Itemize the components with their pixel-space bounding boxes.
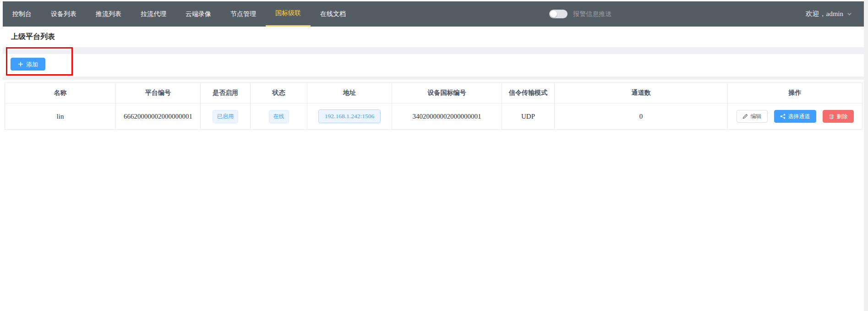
select-channel-button[interactable]: 选择通道 <box>774 110 816 123</box>
cell-transport: UDP <box>502 104 555 130</box>
nav-item-gb-cascade-active[interactable]: 国标级联 <box>266 1 311 27</box>
cell-address: 192.168.1.242:1506 <box>307 104 392 130</box>
platform-table: 名称 平台编号 是否启用 状态 地址 设备国标编号 信令传输模式 通道数 操作 … <box>5 82 863 130</box>
table-row: lin 66620000002000000001 已启用 在线 192.168.… <box>5 104 863 130</box>
row-actions: 编辑 选择通道 <box>728 110 862 123</box>
enabled-badge: 已启用 <box>213 110 238 123</box>
top-navbar: 控制台 设备列表 推流列表 拉流代理 云端录像 节点管理 国标级联 在线文档 报… <box>3 1 864 27</box>
add-button[interactable]: 添加 <box>11 58 45 71</box>
nav-item-online-docs[interactable]: 在线文档 <box>311 1 355 27</box>
delete-icon <box>829 114 834 119</box>
table-header-row: 名称 平台编号 是否启用 状态 地址 设备国标编号 信令传输模式 通道数 操作 <box>5 83 863 104</box>
col-header-transport: 信令传输模式 <box>502 83 555 104</box>
edit-button[interactable]: 编辑 <box>737 110 768 123</box>
col-header-channels: 通道数 <box>555 83 728 104</box>
welcome-text: 欢迎，admin <box>806 10 844 18</box>
col-header-enabled: 是否启用 <box>201 83 251 104</box>
nav-item-cloud-record[interactable]: 云端录像 <box>176 1 221 27</box>
title-bar: 上级平台列表 <box>3 27 864 47</box>
online-status-badge: 在线 <box>269 110 289 123</box>
cell-name: lin <box>5 104 116 130</box>
alarm-push-toggle-group: 报警信息推送 <box>549 1 611 27</box>
nav-item-console[interactable]: 控制台 <box>3 1 41 27</box>
section-divider <box>3 76 864 80</box>
nav-item-pull-proxy[interactable]: 拉流代理 <box>131 1 176 27</box>
vertical-scrollbar[interactable] <box>864 0 868 311</box>
col-header-operations: 操作 <box>728 83 863 104</box>
col-header-platform-id: 平台编号 <box>116 83 201 104</box>
share-icon <box>780 114 786 119</box>
page-title: 上级平台列表 <box>11 32 55 42</box>
col-header-name: 名称 <box>5 83 116 104</box>
user-menu[interactable]: 欢迎，admin <box>806 1 864 27</box>
delete-button[interactable]: 删除 <box>823 110 854 123</box>
cell-platform-id: 66620000002000000001 <box>116 104 201 130</box>
col-header-device-gb-id: 设备国标编号 <box>392 83 502 104</box>
alarm-push-label: 报警信息推送 <box>573 10 611 18</box>
col-header-address: 地址 <box>307 83 392 104</box>
plus-icon <box>18 61 23 67</box>
section-divider <box>3 47 864 54</box>
toolbar: 添加 <box>3 54 864 76</box>
nav-item-device-list[interactable]: 设备列表 <box>41 1 86 27</box>
cell-device-gb-id: 34020000002000000001 <box>392 104 502 130</box>
cell-operations: 编辑 选择通道 <box>728 104 863 130</box>
nav-item-push-list[interactable]: 推流列表 <box>86 1 131 27</box>
chevron-down-icon <box>847 11 852 16</box>
edit-icon <box>742 114 748 119</box>
platform-table-section: 名称 平台编号 是否启用 状态 地址 设备国标编号 信令传输模式 通道数 操作 … <box>3 80 864 309</box>
col-header-status: 状态 <box>251 83 307 104</box>
toggle-knob <box>550 11 557 17</box>
page: 控制台 设备列表 推流列表 拉流代理 云端录像 节点管理 国标级联 在线文档 报… <box>3 1 864 309</box>
cell-enabled: 已启用 <box>201 104 251 130</box>
alarm-push-toggle[interactable] <box>549 10 568 18</box>
cell-channel-count: 0 <box>555 104 728 130</box>
address-button[interactable]: 192.168.1.242:1506 <box>318 109 381 123</box>
cell-status: 在线 <box>251 104 307 130</box>
nav-item-node-manage[interactable]: 节点管理 <box>221 1 266 27</box>
